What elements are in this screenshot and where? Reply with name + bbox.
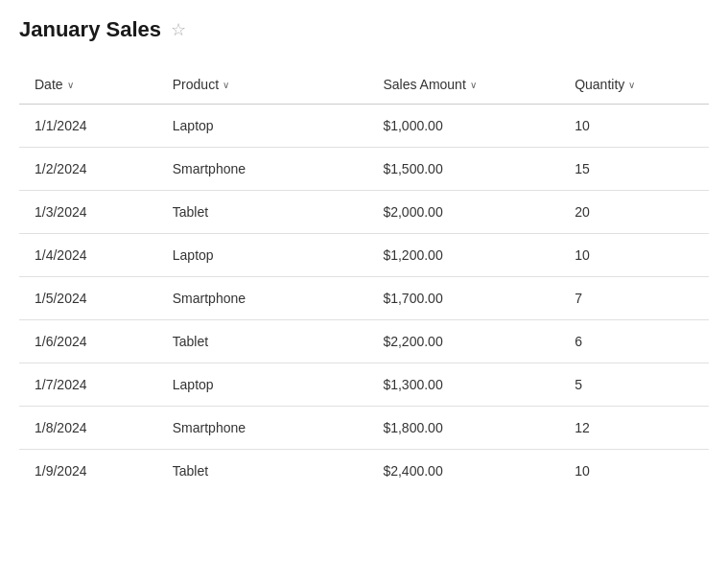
cell-sales-amount: $1,200.00 (383, 234, 575, 277)
cell-quantity: 5 (575, 363, 709, 407)
cell-date: 1/5/2024 (19, 277, 173, 320)
table-row: 1/2/2024Smartphone$1,500.0015 (19, 148, 709, 191)
col-header-date[interactable]: Date ∨ (19, 65, 173, 105)
cell-product: Smartphone (173, 148, 384, 191)
cell-sales-amount: $2,400.00 (383, 450, 575, 493)
table-row: 1/3/2024Tablet$2,000.0020 (19, 191, 709, 234)
sort-icon-quantity: ∨ (628, 80, 635, 90)
cell-quantity: 7 (575, 277, 709, 320)
table-row: 1/6/2024Tablet$2,200.006 (19, 320, 709, 363)
cell-sales-amount: $1,300.00 (383, 363, 575, 407)
cell-quantity: 10 (575, 234, 709, 277)
favorite-star-icon[interactable]: ☆ (171, 19, 186, 40)
cell-sales-amount: $1,000.00 (383, 105, 575, 148)
cell-quantity: 6 (575, 320, 709, 363)
cell-quantity: 12 (575, 407, 709, 450)
cell-product: Laptop (173, 363, 384, 407)
cell-product: Smartphone (173, 407, 384, 450)
col-header-product[interactable]: Product ∨ (173, 65, 384, 105)
cell-date: 1/8/2024 (19, 407, 173, 450)
cell-product: Tablet (173, 450, 384, 493)
col-header-quantity[interactable]: Quantity ∨ (575, 65, 709, 105)
cell-date: 1/9/2024 (19, 450, 173, 493)
cell-date: 1/2/2024 (19, 148, 173, 191)
page-header: January Sales ☆ (19, 17, 709, 42)
cell-date: 1/7/2024 (19, 363, 173, 407)
sales-table: Date ∨ Product ∨ Sales Amount ∨ Quantity (19, 65, 709, 492)
cell-product: Laptop (173, 105, 384, 148)
cell-quantity: 10 (575, 450, 709, 493)
col-header-sales-amount[interactable]: Sales Amount ∨ (383, 65, 575, 105)
cell-date: 1/1/2024 (19, 105, 173, 148)
cell-sales-amount: $1,800.00 (383, 407, 575, 450)
cell-product: Tablet (173, 320, 384, 363)
cell-date: 1/6/2024 (19, 320, 173, 363)
cell-sales-amount: $2,000.00 (383, 191, 575, 234)
sort-icon-date: ∨ (67, 80, 74, 90)
table-row: 1/5/2024Smartphone$1,700.007 (19, 277, 709, 320)
cell-date: 1/4/2024 (19, 234, 173, 277)
table-row: 1/4/2024Laptop$1,200.0010 (19, 234, 709, 277)
sort-icon-product: ∨ (223, 80, 229, 90)
cell-quantity: 10 (575, 105, 709, 148)
cell-product: Smartphone (173, 277, 384, 320)
table-row: 1/1/2024Laptop$1,000.0010 (19, 105, 709, 148)
cell-quantity: 15 (575, 148, 709, 191)
cell-sales-amount: $1,500.00 (383, 148, 575, 191)
table-header-row: Date ∨ Product ∨ Sales Amount ∨ Quantity (19, 65, 709, 105)
cell-product: Laptop (173, 234, 384, 277)
cell-sales-amount: $1,700.00 (383, 277, 575, 320)
table-row: 1/7/2024Laptop$1,300.005 (19, 363, 709, 407)
sort-icon-sales: ∨ (470, 80, 477, 90)
cell-date: 1/3/2024 (19, 191, 173, 234)
cell-product: Tablet (173, 191, 384, 234)
table-row: 1/8/2024Smartphone$1,800.0012 (19, 407, 709, 450)
table-row: 1/9/2024Tablet$2,400.0010 (19, 450, 709, 493)
cell-sales-amount: $2,200.00 (383, 320, 575, 363)
cell-quantity: 20 (575, 191, 709, 234)
page-title: January Sales (19, 17, 161, 42)
